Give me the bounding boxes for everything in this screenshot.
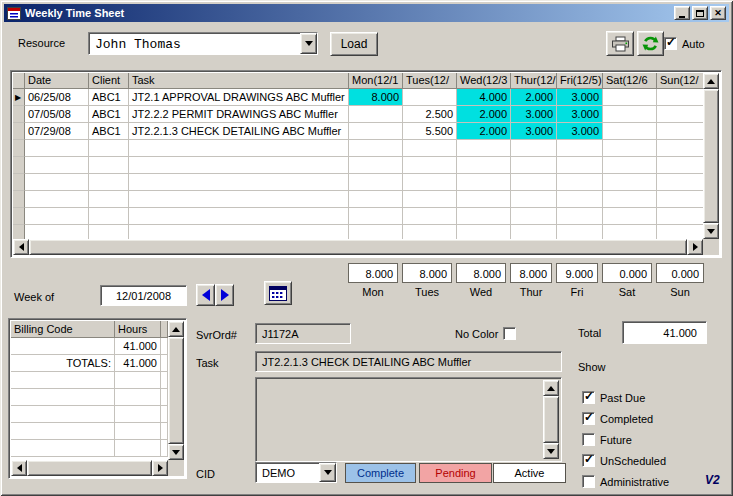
notes-textarea[interactable] xyxy=(255,377,562,462)
scroll-left-button[interactable] xyxy=(11,460,27,476)
grid-row-empty[interactable] xyxy=(13,225,703,239)
show-option-completed[interactable]: Completed xyxy=(582,408,669,429)
grid-row-empty[interactable] xyxy=(13,140,703,157)
grid-cell-sat[interactable] xyxy=(603,123,657,140)
grid-cell-thur[interactable]: 3.000 xyxy=(511,123,557,140)
billing-row[interactable]: 41.000 xyxy=(11,338,168,355)
scroll-right-button[interactable] xyxy=(687,239,703,255)
grid-cell-sun[interactable] xyxy=(657,106,703,123)
scroll-down-button[interactable] xyxy=(703,223,719,239)
maximize-button[interactable] xyxy=(692,6,708,20)
grid-row-empty[interactable] xyxy=(13,208,703,225)
row-selector[interactable] xyxy=(13,106,25,123)
auto-checkbox[interactable]: Auto xyxy=(664,37,705,50)
svrord-field[interactable]: J1172A xyxy=(255,323,351,344)
scroll-thumb[interactable] xyxy=(168,337,184,444)
checkbox-icon[interactable] xyxy=(582,391,595,404)
checkbox-icon[interactable] xyxy=(582,454,595,467)
notes-vertical-scrollbar[interactable] xyxy=(543,380,559,459)
show-option-past-due[interactable]: Past Due xyxy=(582,387,669,408)
scroll-up-button[interactable] xyxy=(168,321,184,337)
scroll-track[interactable] xyxy=(29,239,687,255)
calendar-button[interactable] xyxy=(264,281,292,305)
scroll-down-button[interactable] xyxy=(543,443,559,459)
status-legend-complete[interactable]: Complete xyxy=(345,463,416,483)
checkbox-icon[interactable] xyxy=(503,327,516,340)
checkbox-icon[interactable] xyxy=(582,433,595,446)
grid-cell-fri[interactable]: 3.000 xyxy=(557,89,603,106)
grid-cell-tues[interactable]: 2.500 xyxy=(403,106,457,123)
grid-vertical-scrollbar[interactable] xyxy=(703,73,719,239)
scroll-left-button[interactable] xyxy=(13,239,29,255)
grid-cell-thur[interactable]: 2.000 xyxy=(511,89,557,106)
scroll-down-button[interactable] xyxy=(168,444,184,460)
grid-cell-mon[interactable] xyxy=(349,106,403,123)
grid-row-empty[interactable] xyxy=(13,174,703,191)
grid-cell-fri[interactable]: 3.000 xyxy=(557,123,603,140)
grid-row-empty[interactable] xyxy=(13,157,703,174)
grid-cell-client[interactable]: ABC1 xyxy=(89,89,129,106)
grid-cell-sun[interactable] xyxy=(657,89,703,106)
grid-cell-date[interactable]: 07/29/08 xyxy=(25,123,89,140)
week-of-input[interactable]: 12/01/2008 xyxy=(100,285,187,306)
checkbox-icon[interactable] xyxy=(582,475,595,488)
scroll-track[interactable] xyxy=(703,89,719,223)
grid-cell-task[interactable]: JT2.2.2 PERMIT DRAWINGS ABC Muffler xyxy=(129,106,349,123)
grid-cell-sat[interactable] xyxy=(603,89,657,106)
grid-cell-date[interactable]: 07/05/08 xyxy=(25,106,89,123)
checkbox-icon[interactable] xyxy=(582,412,595,425)
grid-cell-thur[interactable]: 3.000 xyxy=(511,106,557,123)
grid-cell-client[interactable]: ABC1 xyxy=(89,106,129,123)
scroll-up-button[interactable] xyxy=(703,73,719,89)
status-legend-active[interactable]: Active xyxy=(493,463,566,483)
row-selector[interactable] xyxy=(13,123,25,140)
scroll-up-button[interactable] xyxy=(543,380,559,396)
scroll-thumb[interactable] xyxy=(543,396,559,443)
next-week-button[interactable] xyxy=(215,284,234,306)
cid-dropdown-button[interactable] xyxy=(319,463,336,482)
grid-cell-wed[interactable]: 2.000 xyxy=(457,123,511,140)
print-button[interactable] xyxy=(606,31,634,56)
scroll-track[interactable] xyxy=(543,396,559,443)
grid-row-empty[interactable] xyxy=(13,191,703,208)
row-selector[interactable]: ▶ xyxy=(13,89,25,106)
grid-cell-mon[interactable]: 8.000 xyxy=(349,89,403,106)
previous-week-button[interactable] xyxy=(196,284,215,306)
scroll-thumb[interactable] xyxy=(29,239,687,255)
scroll-thumb[interactable] xyxy=(703,89,719,223)
task-field[interactable]: JT2.2.1.3 CHECK DETAILING ABC Muffler xyxy=(255,351,562,372)
resource-dropdown-button[interactable] xyxy=(300,33,317,54)
grid-cell-sat[interactable] xyxy=(603,106,657,123)
titlebar[interactable]: Weekly Time Sheet ✕ xyxy=(4,4,729,22)
no-color-checkbox[interactable]: No Color xyxy=(455,327,516,340)
scroll-right-button[interactable] xyxy=(152,460,168,476)
grid-cell-tues[interactable]: 5.500 xyxy=(403,123,457,140)
grid-cell-fri[interactable]: 3.000 xyxy=(557,106,603,123)
cid-combobox[interactable]: DEMO xyxy=(255,462,337,483)
scroll-track[interactable] xyxy=(27,460,152,476)
close-button[interactable]: ✕ xyxy=(710,6,726,20)
resource-combobox[interactable]: John Thomas xyxy=(88,32,318,55)
grid-cell-tues[interactable] xyxy=(403,89,457,106)
scroll-track[interactable] xyxy=(168,337,184,444)
grid-cell-task[interactable]: JT2.2.1.3 CHECK DETAILING ABC Muffler xyxy=(129,123,349,140)
scroll-thumb[interactable] xyxy=(27,460,152,476)
grid-cell-task[interactable]: JT2.1 APPROVAL DRAWINGS ABC Muffler xyxy=(129,89,349,106)
grid-row[interactable]: 07/05/08 ABC1 JT2.2.2 PERMIT DRAWINGS AB… xyxy=(13,106,703,123)
grid-row[interactable]: 07/29/08 ABC1 JT2.2.1.3 CHECK DETAILING … xyxy=(13,123,703,140)
grid-cell-mon[interactable] xyxy=(349,123,403,140)
billing-row[interactable]: TOTALS: 41.000 xyxy=(11,355,168,372)
billing-vertical-scrollbar[interactable] xyxy=(168,321,184,460)
billing-horizontal-scrollbar[interactable] xyxy=(11,460,168,476)
show-option-administrative[interactable]: Administrative xyxy=(582,471,669,492)
grid-cell-wed[interactable]: 4.000 xyxy=(457,89,511,106)
show-option-future[interactable]: Future xyxy=(582,429,669,450)
checkbox-icon[interactable] xyxy=(664,37,677,50)
grid-cell-wed[interactable]: 2.000 xyxy=(457,106,511,123)
grid-cell-sun[interactable] xyxy=(657,123,703,140)
status-legend-pending[interactable]: Pending xyxy=(419,463,492,483)
grid-cell-client[interactable]: ABC1 xyxy=(89,123,129,140)
grid-cell-date[interactable]: 06/25/08 xyxy=(25,89,89,106)
grid-row[interactable]: ▶ 06/25/08 ABC1 JT2.1 APPROVAL DRAWINGS … xyxy=(13,89,703,106)
grid-horizontal-scrollbar[interactable] xyxy=(13,239,703,255)
